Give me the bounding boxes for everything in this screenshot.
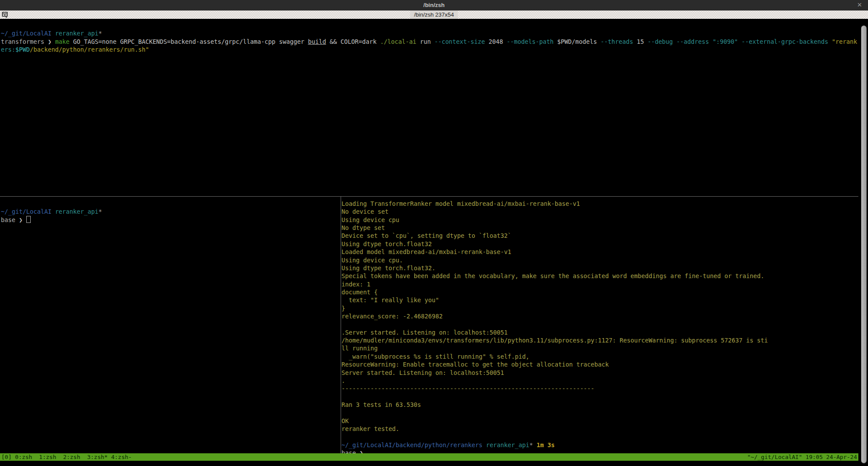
terminal-line: reranker tested. — [342, 425, 858, 433]
text-segment: --models-path — [507, 38, 554, 45]
text-segment: * — [99, 208, 102, 215]
text-segment: } — [342, 305, 345, 312]
terminal-line: No device set — [342, 208, 858, 215]
terminal-line: text: "I really like you" — [342, 296, 858, 304]
terminal-cursor — [26, 216, 31, 223]
text-segment: text: "I really like you" — [342, 297, 439, 304]
text-segment: . — [342, 377, 345, 384]
text-segment: reranker_api — [55, 30, 99, 37]
text-segment: transformers — [1, 38, 48, 45]
text-segment: $PWD — [15, 46, 30, 53]
window-title: /bin/zsh — [0, 0, 868, 11]
tmux-pane-bottom-right[interactable]: Loading TransformerRanker model mixedbre… — [342, 197, 858, 453]
terminal-line: } — [342, 304, 858, 312]
close-icon[interactable]: × — [857, 0, 862, 11]
text-segment: "rerank — [832, 38, 857, 45]
terminal-line: ResourceWarning: Enable tracemalloc to g… — [342, 360, 858, 368]
text-segment: make — [55, 38, 70, 45]
wm-resize-bar: /bin/zsh 237x54 — [0, 11, 868, 19]
terminal-line: OK — [342, 417, 858, 425]
text-segment: base — [342, 449, 359, 453]
terminal-line — [342, 433, 858, 441]
text-segment: * — [99, 30, 102, 37]
terminal-line: Device set to `cpu`, setting dtype to `f… — [342, 232, 858, 240]
text-segment: ./local-ai — [380, 38, 416, 45]
text-segment: && COLOR=dark — [326, 38, 381, 45]
text-segment: reranker_api — [55, 208, 99, 215]
tmux-pane-bottom-left[interactable]: ~/_git/LocalAI reranker_api*base ❯ — [0, 197, 340, 453]
text-segment: Using device cpu. — [342, 257, 403, 264]
text-segment: ----------------------------------------… — [342, 385, 594, 392]
terminal-line: ----------------------------------------… — [342, 385, 858, 392]
terminal-line — [342, 409, 858, 417]
terminal-line — [342, 320, 858, 328]
terminal-line: base ❯ — [342, 449, 858, 453]
text-segment: ~/_git/LocalAI — [1, 30, 51, 37]
scrollbar-thumb[interactable] — [861, 25, 867, 463]
tmux-pane-border-vertical[interactable] — [341, 197, 341, 453]
text-segment: 1m 3s — [537, 441, 555, 448]
terminal-line: Using device cpu. — [342, 256, 858, 264]
text-segment: ❯ — [359, 449, 363, 453]
text-segment: reranker_api — [486, 441, 530, 448]
text-segment — [51, 208, 55, 215]
text-segment: ❯ — [48, 38, 55, 45]
text-segment: Device set to `cpu`, setting dtype to `f… — [342, 232, 511, 239]
terminal-line: Ran 3 tests in 63.530s — [342, 401, 858, 409]
terminal-line: relevance_score: -2.46826982 — [342, 312, 858, 320]
terminal-screen[interactable]: ~/_git/LocalAI reranker_api*transformers… — [0, 19, 868, 466]
terminal-line: document { — [342, 288, 858, 296]
text-segment: --debug — [647, 38, 673, 45]
text-segment: ❯ — [19, 216, 26, 223]
text-segment: ~/_git/LocalAI/backend/python/rerankers — [342, 441, 482, 448]
terminal-line — [342, 393, 858, 401]
tmux-status-bar: [0] 0:zsh 1:zsh 2:zsh 3:zsh* 4:zsh- "~/_… — [0, 453, 858, 461]
text-segment: --threads — [601, 38, 633, 45]
text-segment: * — [530, 441, 533, 448]
text-segment: Ran 3 tests in 63.530s — [342, 401, 421, 408]
terminal-line: Using dtype torch.float32 — [342, 240, 858, 248]
text-segment: OK — [342, 417, 349, 424]
text-segment: --address — [676, 38, 709, 45]
text-segment: $PWD/models — [554, 38, 601, 45]
text-segment: ll running — [342, 345, 377, 352]
text-segment: 15 — [633, 38, 647, 45]
text-segment: /backend/python/rerankers/run.sh" — [30, 46, 149, 53]
terminal-line: _warn("subprocess %s is still running" %… — [342, 353, 858, 360]
text-segment: Server started. Listening on: localhost:… — [342, 369, 504, 376]
text-segment: /home/mudler/miniconda3/envs/transformer… — [342, 337, 768, 344]
text-segment: build — [308, 38, 326, 45]
terminal-line — [1, 21, 858, 29]
scrollbar-track[interactable] — [859, 19, 868, 466]
text-segment: Using device cpu — [342, 216, 399, 223]
wm-size-label: /bin/zsh 237x54 — [410, 11, 458, 19]
text-segment — [709, 38, 712, 45]
text-segment: ~/_git/LocalAI — [1, 208, 51, 215]
text-segment: --context-size — [434, 38, 485, 45]
text-segment: ers: — [1, 46, 15, 53]
terminal-line: base ❯ — [1, 216, 340, 224]
terminal-line: ll running — [342, 344, 858, 352]
terminal-line: Using device cpu — [342, 216, 858, 224]
text-segment: Loaded model mixedbread-ai/mxbai-rerank-… — [342, 248, 511, 255]
terminal-line — [1, 200, 340, 208]
terminal-line: ers:$PWD/backend/python/rerankers/run.sh… — [1, 46, 858, 53]
text-segment: GO_TAGS=none GRPC_BACKENDS=backend-asset… — [70, 38, 308, 45]
tmux-status-right: "~/_git/LocalAI" 19:05 24-Apr-24 — [747, 453, 857, 461]
text-segment: 2048 — [485, 38, 506, 45]
terminal-line: Using dtype torch.float32. — [342, 264, 858, 272]
terminal-line: transformers ❯ make GO_TAGS=none GRPC_BA… — [1, 38, 858, 46]
text-segment: _warn("subprocess %s is still running" %… — [342, 353, 530, 360]
terminal-line: Server started. Listening on: localhost:… — [342, 369, 858, 377]
tmux-window-list[interactable]: [0] 0:zsh 1:zsh 2:zsh 3:zsh* 4:zsh- — [1, 453, 132, 461]
text-segment: Loading TransformerRanker model mixedbre… — [342, 200, 580, 207]
text-segment: reranker tested. — [342, 425, 399, 432]
terminal-line: ~/_git/LocalAI reranker_api* — [1, 208, 340, 215]
text-segment: ":9090" — [713, 38, 738, 45]
text-segment — [51, 30, 55, 37]
text-segment: No device set — [342, 208, 388, 215]
text-segment: relevance_score: -2.46826982 — [342, 313, 443, 320]
terminal-line: Loading TransformerRanker model mixedbre… — [342, 200, 858, 208]
text-segment: Special tokens have been added in the vo… — [342, 272, 764, 279]
tmux-pane-top[interactable]: ~/_git/LocalAI reranker_api*transformers… — [0, 19, 858, 196]
